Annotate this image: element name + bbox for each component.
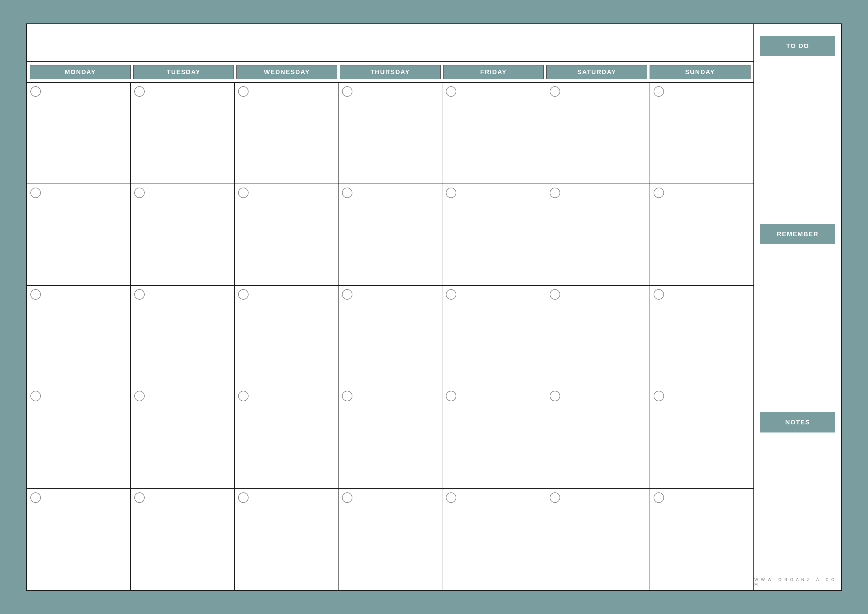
day-headers-row: MONDAY TUESDAY WEDNESDAY THURSDAY FRIDAY… xyxy=(27,62,753,83)
cell-4-4[interactable] xyxy=(338,387,442,488)
cell-1-6[interactable] xyxy=(546,83,650,184)
circle-icon xyxy=(342,188,352,198)
circle-icon xyxy=(134,493,145,503)
cell-3-6[interactable] xyxy=(546,286,650,387)
circle-icon xyxy=(446,86,456,97)
cell-5-2[interactable] xyxy=(131,489,235,590)
calendar-row-1 xyxy=(27,83,753,184)
circle-icon xyxy=(342,493,352,503)
cell-2-7[interactable] xyxy=(650,184,753,285)
cell-5-3[interactable] xyxy=(235,489,338,590)
main-card: MONDAY TUESDAY WEDNESDAY THURSDAY FRIDAY… xyxy=(26,23,842,591)
calendar-row-2 xyxy=(27,184,753,286)
circle-icon xyxy=(30,391,41,401)
sidebar: TO DO REMEMBER NOTES W W W . O R G A N Z… xyxy=(754,24,841,590)
cell-2-5[interactable] xyxy=(442,184,546,285)
cell-5-4[interactable] xyxy=(338,489,442,590)
calendar-row-5 xyxy=(27,489,753,590)
cell-2-3[interactable] xyxy=(235,184,338,285)
day-header-wednesday: WEDNESDAY xyxy=(236,65,337,79)
sidebar-mid: REMEMBER xyxy=(760,224,835,244)
circle-icon xyxy=(446,289,456,300)
day-header-friday: FRIDAY xyxy=(443,65,544,79)
cell-3-2[interactable] xyxy=(131,286,235,387)
circle-icon xyxy=(446,391,456,401)
circle-icon xyxy=(30,493,41,503)
circle-icon xyxy=(550,493,560,503)
circle-icon xyxy=(550,188,560,198)
cell-5-7[interactable] xyxy=(650,489,753,590)
cell-1-5[interactable] xyxy=(442,83,546,184)
cell-5-1[interactable] xyxy=(27,489,131,590)
circle-icon xyxy=(238,391,248,401)
circle-icon xyxy=(238,188,248,198)
cell-5-5[interactable] xyxy=(442,489,546,590)
circle-icon xyxy=(134,289,145,300)
calendar-grid xyxy=(27,83,753,590)
todo-button[interactable]: TO DO xyxy=(760,36,835,56)
cell-4-2[interactable] xyxy=(131,387,235,488)
calendar-row-3 xyxy=(27,286,753,387)
circle-icon xyxy=(134,188,145,198)
cell-4-6[interactable] xyxy=(546,387,650,488)
circle-icon xyxy=(238,493,248,503)
day-header-monday: MONDAY xyxy=(30,65,131,79)
cell-3-4[interactable] xyxy=(338,286,442,387)
circle-icon xyxy=(550,289,560,300)
cell-1-7[interactable] xyxy=(650,83,753,184)
website-footer: W W W . O R G A N Z I A . C O M xyxy=(754,577,838,586)
cell-4-7[interactable] xyxy=(650,387,753,488)
circle-icon xyxy=(134,391,145,401)
circle-icon xyxy=(446,493,456,503)
day-header-thursday: THURSDAY xyxy=(340,65,441,79)
cell-1-2[interactable] xyxy=(131,83,235,184)
cell-5-6[interactable] xyxy=(546,489,650,590)
circle-icon xyxy=(654,289,664,300)
circle-icon xyxy=(654,86,664,97)
title-area xyxy=(27,24,753,62)
cell-4-1[interactable] xyxy=(27,387,131,488)
cell-2-1[interactable] xyxy=(27,184,131,285)
calendar-section: MONDAY TUESDAY WEDNESDAY THURSDAY FRIDAY… xyxy=(27,24,754,590)
cell-1-3[interactable] xyxy=(235,83,338,184)
circle-icon xyxy=(134,86,145,97)
cell-3-7[interactable] xyxy=(650,286,753,387)
circle-icon xyxy=(654,493,664,503)
remember-button[interactable]: REMEMBER xyxy=(760,224,835,244)
cell-2-2[interactable] xyxy=(131,184,235,285)
cell-2-6[interactable] xyxy=(546,184,650,285)
cell-1-1[interactable] xyxy=(27,83,131,184)
circle-icon xyxy=(342,289,352,300)
circle-icon xyxy=(30,86,41,97)
day-header-saturday: SATURDAY xyxy=(546,65,647,79)
cell-3-1[interactable] xyxy=(27,286,131,387)
circle-icon xyxy=(654,391,664,401)
cell-1-4[interactable] xyxy=(338,83,442,184)
cell-3-5[interactable] xyxy=(442,286,546,387)
circle-icon xyxy=(30,188,41,198)
day-header-tuesday: TUESDAY xyxy=(133,65,234,79)
cell-3-3[interactable] xyxy=(235,286,338,387)
cell-4-3[interactable] xyxy=(235,387,338,488)
outer-container: MONDAY TUESDAY WEDNESDAY THURSDAY FRIDAY… xyxy=(17,15,851,600)
cell-4-5[interactable] xyxy=(442,387,546,488)
notes-button[interactable]: NOTES xyxy=(760,412,835,432)
circle-icon xyxy=(446,188,456,198)
circle-icon xyxy=(30,289,41,300)
circle-icon xyxy=(550,86,560,97)
sidebar-top: TO DO xyxy=(760,33,835,56)
sidebar-bot: NOTES xyxy=(760,412,835,432)
circle-icon xyxy=(550,391,560,401)
day-header-sunday: SUNDAY xyxy=(649,65,750,79)
circle-icon xyxy=(238,289,248,300)
circle-icon xyxy=(654,188,664,198)
circle-icon xyxy=(238,86,248,97)
circle-icon xyxy=(342,391,352,401)
cell-2-4[interactable] xyxy=(338,184,442,285)
calendar-row-4 xyxy=(27,387,753,489)
circle-icon xyxy=(342,86,352,97)
